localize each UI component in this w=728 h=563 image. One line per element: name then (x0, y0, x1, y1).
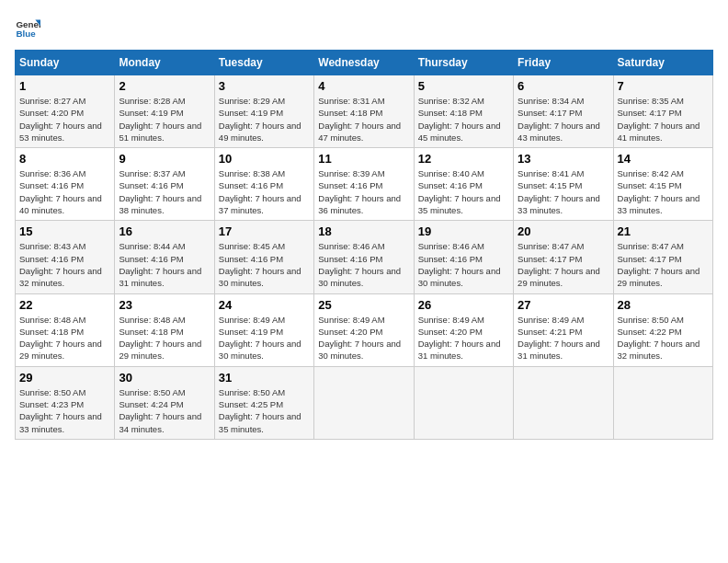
calendar-cell: 4 Sunrise: 8:31 AM Sunset: 4:18 PM Dayli… (314, 75, 414, 148)
calendar-cell: 30 Sunrise: 8:50 AM Sunset: 4:24 PM Dayl… (115, 366, 214, 439)
day-detail: Sunrise: 8:44 AM Sunset: 4:16 PM Dayligh… (119, 240, 210, 289)
day-detail: Sunrise: 8:46 AM Sunset: 4:16 PM Dayligh… (418, 240, 509, 289)
day-detail: Sunrise: 8:45 AM Sunset: 4:16 PM Dayligh… (219, 240, 310, 289)
day-number: 3 (219, 79, 310, 93)
day-number: 28 (618, 298, 709, 312)
day-detail: Sunrise: 8:28 AM Sunset: 4:19 PM Dayligh… (119, 95, 210, 144)
header-row: SundayMondayTuesdayWednesdayThursdayFrid… (16, 51, 713, 75)
calendar-cell: 18 Sunrise: 8:46 AM Sunset: 4:16 PM Dayl… (314, 221, 414, 293)
calendar-cell: 6 Sunrise: 8:34 AM Sunset: 4:17 PM Dayli… (514, 75, 613, 148)
calendar-cell: 24 Sunrise: 8:49 AM Sunset: 4:19 PM Dayl… (214, 293, 313, 366)
calendar-cell: 22 Sunrise: 8:48 AM Sunset: 4:18 PM Dayl… (16, 293, 115, 366)
calendar-cell: 8 Sunrise: 8:36 AM Sunset: 4:16 PM Dayli… (16, 148, 115, 221)
day-number: 30 (119, 371, 210, 385)
calendar-cell: 12 Sunrise: 8:40 AM Sunset: 4:16 PM Dayl… (414, 148, 513, 221)
day-number: 22 (19, 298, 110, 312)
day-detail: Sunrise: 8:48 AM Sunset: 4:18 PM Dayligh… (19, 314, 110, 362)
header-day-saturday: Saturday (613, 51, 712, 75)
week-row-2: 8 Sunrise: 8:36 AM Sunset: 4:16 PM Dayli… (16, 148, 713, 221)
calendar-cell: 14 Sunrise: 8:42 AM Sunset: 4:15 PM Dayl… (613, 148, 712, 221)
calendar-cell: 29 Sunrise: 8:50 AM Sunset: 4:23 PM Dayl… (16, 366, 115, 439)
day-detail: Sunrise: 8:37 AM Sunset: 4:16 PM Dayligh… (119, 167, 210, 216)
day-number: 6 (518, 79, 609, 93)
day-number: 8 (19, 152, 110, 166)
week-row-5: 29 Sunrise: 8:50 AM Sunset: 4:23 PM Dayl… (16, 366, 713, 439)
calendar-cell: 1 Sunrise: 8:27 AM Sunset: 4:20 PM Dayli… (16, 75, 115, 148)
week-row-1: 1 Sunrise: 8:27 AM Sunset: 4:20 PM Dayli… (16, 75, 713, 148)
calendar-cell: 28 Sunrise: 8:50 AM Sunset: 4:22 PM Dayl… (613, 293, 712, 366)
calendar-cell: 25 Sunrise: 8:49 AM Sunset: 4:20 PM Dayl… (314, 293, 414, 366)
day-number: 9 (119, 152, 210, 166)
logo-icon: General Blue (15, 15, 40, 40)
week-row-3: 15 Sunrise: 8:43 AM Sunset: 4:16 PM Dayl… (16, 221, 713, 293)
header-day-thursday: Thursday (414, 51, 513, 75)
day-number: 27 (518, 298, 609, 312)
day-number: 20 (518, 224, 609, 238)
day-detail: Sunrise: 8:32 AM Sunset: 4:18 PM Dayligh… (418, 95, 509, 144)
calendar-cell: 23 Sunrise: 8:48 AM Sunset: 4:18 PM Dayl… (115, 293, 214, 366)
day-detail: Sunrise: 8:31 AM Sunset: 4:18 PM Dayligh… (318, 95, 409, 144)
day-number: 26 (418, 298, 509, 312)
calendar-cell (314, 366, 414, 439)
day-number: 13 (518, 152, 609, 166)
day-detail: Sunrise: 8:49 AM Sunset: 4:20 PM Dayligh… (318, 314, 409, 362)
calendar-cell: 20 Sunrise: 8:47 AM Sunset: 4:17 PM Dayl… (514, 221, 613, 293)
day-number: 31 (219, 371, 310, 385)
day-detail: Sunrise: 8:41 AM Sunset: 4:15 PM Dayligh… (518, 167, 609, 216)
day-detail: Sunrise: 8:50 AM Sunset: 4:25 PM Dayligh… (219, 386, 310, 435)
calendar-cell: 3 Sunrise: 8:29 AM Sunset: 4:19 PM Dayli… (214, 75, 313, 148)
calendar-cell: 2 Sunrise: 8:28 AM Sunset: 4:19 PM Dayli… (115, 75, 214, 148)
header-day-sunday: Sunday (16, 51, 115, 75)
day-detail: Sunrise: 8:27 AM Sunset: 4:20 PM Dayligh… (19, 95, 110, 144)
day-detail: Sunrise: 8:29 AM Sunset: 4:19 PM Dayligh… (219, 95, 310, 144)
calendar-cell: 15 Sunrise: 8:43 AM Sunset: 4:16 PM Dayl… (16, 221, 115, 293)
day-detail: Sunrise: 8:49 AM Sunset: 4:20 PM Dayligh… (418, 314, 509, 362)
day-number: 24 (219, 298, 310, 312)
day-number: 23 (119, 298, 210, 312)
day-detail: Sunrise: 8:35 AM Sunset: 4:17 PM Dayligh… (618, 95, 709, 144)
day-detail: Sunrise: 8:50 AM Sunset: 4:24 PM Dayligh… (119, 386, 210, 435)
calendar-cell (514, 366, 613, 439)
header: General Blue (15, 15, 713, 40)
day-detail: Sunrise: 8:48 AM Sunset: 4:18 PM Dayligh… (119, 314, 210, 362)
day-detail: Sunrise: 8:49 AM Sunset: 4:19 PM Dayligh… (219, 314, 310, 362)
header-day-friday: Friday (514, 51, 613, 75)
day-number: 16 (119, 224, 210, 238)
day-detail: Sunrise: 8:47 AM Sunset: 4:17 PM Dayligh… (518, 240, 609, 289)
header-day-monday: Monday (115, 51, 214, 75)
day-number: 25 (318, 298, 409, 312)
calendar-cell (613, 366, 712, 439)
day-number: 10 (219, 152, 310, 166)
day-detail: Sunrise: 8:46 AM Sunset: 4:16 PM Dayligh… (318, 240, 409, 289)
day-detail: Sunrise: 8:36 AM Sunset: 4:16 PM Dayligh… (19, 167, 110, 216)
day-number: 29 (19, 371, 110, 385)
svg-text:Blue: Blue (16, 29, 36, 39)
day-number: 4 (318, 79, 409, 93)
calendar-cell: 9 Sunrise: 8:37 AM Sunset: 4:16 PM Dayli… (115, 148, 214, 221)
header-day-wednesday: Wednesday (314, 51, 414, 75)
calendar-cell: 19 Sunrise: 8:46 AM Sunset: 4:16 PM Dayl… (414, 221, 513, 293)
day-detail: Sunrise: 8:49 AM Sunset: 4:21 PM Dayligh… (518, 314, 609, 362)
calendar-table: SundayMondayTuesdayWednesdayThursdayFrid… (15, 50, 713, 440)
day-detail: Sunrise: 8:40 AM Sunset: 4:16 PM Dayligh… (418, 167, 509, 216)
day-detail: Sunrise: 8:50 AM Sunset: 4:23 PM Dayligh… (19, 386, 110, 435)
calendar-cell: 5 Sunrise: 8:32 AM Sunset: 4:18 PM Dayli… (414, 75, 513, 148)
day-number: 15 (19, 224, 110, 238)
day-detail: Sunrise: 8:38 AM Sunset: 4:16 PM Dayligh… (219, 167, 310, 216)
week-row-4: 22 Sunrise: 8:48 AM Sunset: 4:18 PM Dayl… (16, 293, 713, 366)
calendar-cell: 31 Sunrise: 8:50 AM Sunset: 4:25 PM Dayl… (214, 366, 313, 439)
calendar-cell: 13 Sunrise: 8:41 AM Sunset: 4:15 PM Dayl… (514, 148, 613, 221)
calendar-cell: 10 Sunrise: 8:38 AM Sunset: 4:16 PM Dayl… (214, 148, 313, 221)
day-number: 1 (19, 79, 110, 93)
logo: General Blue (15, 15, 44, 40)
header-day-tuesday: Tuesday (214, 51, 313, 75)
day-number: 18 (318, 224, 409, 238)
day-detail: Sunrise: 8:39 AM Sunset: 4:16 PM Dayligh… (318, 167, 409, 216)
calendar-cell (414, 366, 513, 439)
calendar-cell: 21 Sunrise: 8:47 AM Sunset: 4:17 PM Dayl… (613, 221, 712, 293)
day-number: 5 (418, 79, 509, 93)
day-number: 17 (219, 224, 310, 238)
day-detail: Sunrise: 8:43 AM Sunset: 4:16 PM Dayligh… (19, 240, 110, 289)
day-number: 12 (418, 152, 509, 166)
calendar-cell: 16 Sunrise: 8:44 AM Sunset: 4:16 PM Dayl… (115, 221, 214, 293)
